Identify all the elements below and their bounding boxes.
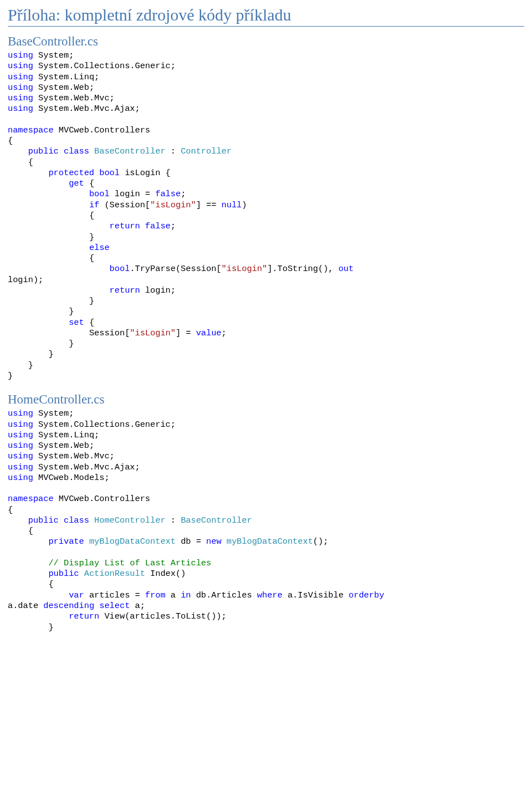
- code-token: "isLogin": [130, 328, 176, 338]
- code-token: BaseController: [94, 146, 166, 156]
- code-block: using System; using System.Collections.G…: [8, 50, 524, 381]
- code-token: protected: [48, 168, 94, 178]
- code-token: using: [8, 104, 33, 114]
- code-token: false: [145, 221, 171, 231]
- code-token: null: [222, 200, 242, 210]
- code-token: using: [8, 408, 33, 418]
- code-token: "isLogin": [150, 200, 196, 210]
- code-token: using: [8, 61, 33, 71]
- code-token: using: [8, 50, 33, 60]
- code-token: return: [69, 611, 99, 621]
- code-token: from: [145, 590, 166, 600]
- code-token: value: [196, 328, 222, 338]
- code-token: class: [64, 515, 89, 525]
- code-token: BaseController: [181, 515, 252, 525]
- code-token: new: [206, 537, 222, 546]
- code-token: namespace: [8, 494, 54, 504]
- code-block: using System; using System.Collections.G…: [8, 408, 524, 633]
- code-token: get: [69, 178, 84, 188]
- code-token: orderby: [349, 590, 384, 600]
- code-token: myBlogDataContext: [227, 537, 313, 546]
- code-token: HomeController: [94, 515, 166, 525]
- code-token: select: [99, 601, 130, 611]
- code-token: using: [8, 420, 33, 430]
- code-token: where: [257, 590, 283, 600]
- code-token: "isLogin": [222, 264, 268, 274]
- code-token: class: [64, 146, 89, 156]
- section-heading: BaseController.cs: [8, 34, 524, 49]
- code-token: using: [8, 72, 33, 82]
- code-token: using: [8, 451, 33, 461]
- code-token: return: [110, 285, 140, 295]
- code-token: using: [8, 93, 33, 103]
- code-token: descending: [43, 601, 94, 611]
- code-token: else: [89, 243, 110, 253]
- code-token: public: [48, 569, 79, 579]
- section-heading: HomeController.cs: [8, 392, 524, 407]
- page-title: Příloha: kompletní zdrojové kódy příklad…: [8, 6, 524, 27]
- code-token: ActionResult: [84, 569, 145, 579]
- code-token: set: [69, 318, 84, 328]
- code-token: private: [48, 537, 84, 546]
- code-token: public: [28, 146, 59, 156]
- code-token: using: [8, 441, 33, 451]
- code-token: using: [8, 83, 33, 93]
- code-token: public: [28, 515, 59, 525]
- code-token: bool: [110, 264, 130, 274]
- code-token: using: [8, 462, 33, 472]
- code-token: return: [110, 221, 140, 231]
- code-token: bool: [89, 189, 110, 199]
- code-token: using: [8, 430, 33, 440]
- code-token: myBlogDataContext: [89, 537, 176, 546]
- code-token: out: [339, 264, 354, 274]
- code-token: using: [8, 473, 33, 483]
- code-token: false: [155, 189, 181, 199]
- code-token: Controller: [181, 146, 232, 156]
- code-token: in: [181, 590, 191, 600]
- code-token: var: [69, 590, 84, 600]
- code-token: if: [89, 200, 99, 210]
- code-token: // Display List of Last Articles: [48, 558, 211, 568]
- code-token: bool: [99, 168, 120, 178]
- code-token: namespace: [8, 125, 54, 135]
